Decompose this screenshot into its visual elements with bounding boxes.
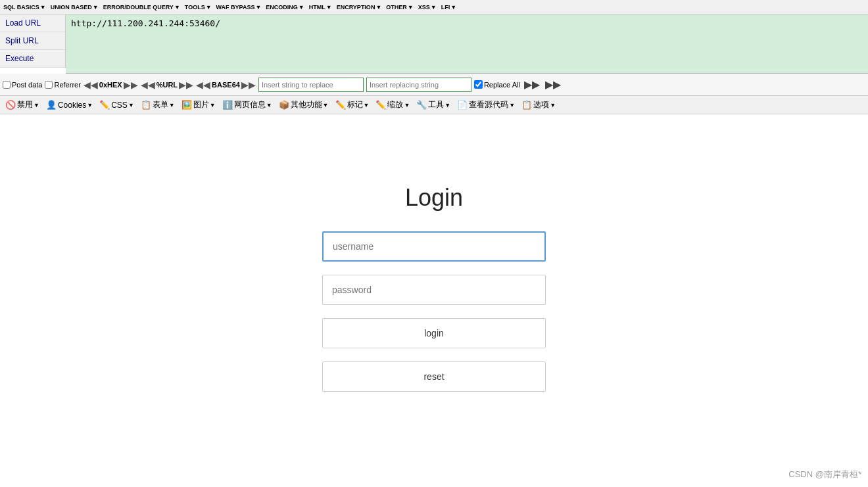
url-encode-arrow[interactable]: ▶▶ [179, 80, 193, 90]
forms-icon: 📋 [141, 100, 151, 110]
password-input[interactable] [322, 275, 546, 305]
replace-all-label: Replace All [484, 81, 520, 89]
menu-forms-label: 表单 [153, 99, 168, 110]
menu-zoom-label: 缩放 [387, 99, 403, 110]
nav-xss[interactable]: XSS▼ [418, 4, 437, 11]
split-url-button[interactable]: Split URL [0, 32, 65, 50]
menu-bar: 🚫 禁用 ▼ 👤 Cookies ▼ ✏️ CSS ▼ 📋 表单 ▼ 🖼️ 图片… [0, 96, 868, 114]
referrer-group: Referrer [45, 81, 80, 89]
nav-arrow-right2[interactable]: ▶▶ [544, 78, 562, 91]
menu-options[interactable]: 📋 选项 ▼ [519, 98, 558, 112]
menu-cookies-label: Cookies [58, 101, 86, 110]
login-container: Login login reset [319, 184, 549, 392]
nav-error-double[interactable]: ERROR/DOUBLE QUERY▼ [103, 4, 180, 11]
cookies-arrow-icon: ▼ [87, 102, 93, 108]
menu-disable[interactable]: 🚫 禁用 ▼ [3, 98, 42, 112]
nav-waf-bypass-label: WAF BYPASS [216, 4, 255, 11]
post-data-label: Post data [12, 81, 42, 89]
nav-sql-basics[interactable]: SQL BASICS▼ [3, 4, 46, 11]
menu-tools-label: 工具 [428, 99, 444, 110]
source-icon: 📄 [457, 100, 468, 110]
base64-encode-arrow[interactable]: ▶▶ [241, 80, 256, 90]
referrer-label: Referrer [54, 81, 80, 89]
menu-images[interactable]: 🖼️ 图片 ▼ [179, 98, 218, 112]
execute-button[interactable]: Execute [0, 50, 65, 68]
menu-other-label: 其他功能 [291, 99, 322, 110]
nav-waf-bypass[interactable]: WAF BYPASS▼ [216, 4, 262, 11]
nav-xss-label: XSS [418, 4, 430, 11]
url-area [66, 14, 868, 74]
nav-html[interactable]: HTML▼ [308, 4, 332, 11]
nav-encoding-label: ENCODING [266, 4, 298, 11]
source-arrow-icon: ▼ [509, 102, 515, 108]
cookies-icon: 👤 [46, 100, 57, 110]
menu-cookies[interactable]: 👤 Cookies ▼ [43, 99, 95, 111]
menu-disable-label: 禁用 [17, 99, 33, 110]
watermark: CSDN @南岸青桓* [788, 469, 861, 480]
nav-union-based[interactable]: UNION BASED▼ [50, 4, 99, 11]
insert-replacing-input[interactable] [366, 78, 471, 92]
nav-encryption-label: ENCRYPTION [337, 4, 375, 11]
hex-label: 0xHEX [98, 81, 124, 89]
disable-arrow-icon: ▼ [34, 102, 39, 108]
menu-css[interactable]: ✏️ CSS ▼ [97, 99, 137, 111]
menu-mark-label: 标记 [347, 99, 363, 110]
nav-html-label: HTML [309, 4, 326, 11]
hex-encode-arrow[interactable]: ▶▶ [124, 80, 138, 90]
nav-tools-label: TOOLS [185, 4, 205, 11]
tools-icon: 🔧 [416, 100, 427, 110]
nav-arrow-right1[interactable]: ▶▶ [523, 78, 541, 91]
referrer-checkbox[interactable] [45, 81, 53, 89]
nav-lfi[interactable]: LFI▼ [441, 4, 456, 11]
options-arrow-icon: ▼ [550, 102, 556, 108]
menu-tools[interactable]: 🔧 工具 ▼ [414, 98, 453, 112]
base64-decode-arrow[interactable]: ◀◀ [196, 80, 210, 90]
watermark-text: CSDN @南岸青桓* [788, 469, 861, 479]
menu-other[interactable]: 📦 其他功能 ▼ [276, 98, 331, 112]
menu-source-label: 查看源代码 [469, 99, 508, 110]
menu-pageinfo-label: 网页信息 [234, 99, 266, 110]
hex-decode-arrow[interactable]: ◀◀ [84, 80, 98, 90]
replace-all-checkbox[interactable] [474, 80, 483, 89]
other-arrow-icon: ▼ [323, 102, 329, 108]
url-decode-arrow[interactable]: ◀◀ [141, 80, 155, 90]
main-content: Login login reset [0, 114, 868, 487]
pageinfo-icon: ℹ️ [222, 100, 233, 110]
left-sidebar: Load URL Split URL Execute [0, 14, 66, 68]
login-title: Login [405, 184, 463, 212]
base64-encode-group: ◀◀ BASE64 ▶▶ [196, 80, 256, 90]
nav-sql-basics-label: SQL BASICS [3, 4, 39, 11]
css-icon: ✏️ [99, 100, 110, 110]
url-label: %URL [155, 81, 179, 89]
login-button[interactable]: login [322, 318, 546, 348]
replace-all-group: Replace All [474, 80, 520, 89]
mark-arrow-icon: ▼ [364, 102, 370, 108]
menu-zoom[interactable]: ✏️ 缩放 ▼ [373, 98, 412, 112]
nav-other-label: OTHER [386, 4, 407, 11]
url-input[interactable] [71, 18, 863, 69]
nav-lfi-label: LFI [441, 4, 450, 11]
options-icon: 📋 [521, 100, 532, 110]
menu-pageinfo[interactable]: ℹ️ 网页信息 ▼ [220, 98, 275, 112]
menu-source[interactable]: 📄 查看源代码 ▼ [454, 98, 518, 112]
reset-button[interactable]: reset [322, 361, 546, 392]
username-input[interactable] [322, 231, 546, 262]
nav-tools[interactable]: TOOLS▼ [184, 4, 212, 11]
menu-css-label: CSS [111, 101, 128, 110]
menu-forms[interactable]: 📋 表单 ▼ [138, 98, 178, 112]
images-arrow-icon: ▼ [210, 102, 216, 108]
nav-encryption[interactable]: ENCRYPTION▼ [336, 4, 382, 11]
insert-string-input[interactable] [258, 78, 364, 92]
menu-images-label: 图片 [193, 99, 209, 110]
load-url-button[interactable]: Load URL [0, 14, 65, 32]
zoom-icon: ✏️ [375, 100, 386, 110]
nav-encoding[interactable]: ENCODING▼ [265, 4, 304, 11]
nav-other[interactable]: OTHER▼ [385, 4, 413, 11]
post-data-checkbox[interactable] [3, 81, 11, 89]
menu-mark[interactable]: ✏️ 标记 ▼ [333, 98, 372, 112]
disable-icon: 🚫 [5, 100, 16, 110]
zoom-arrow-icon: ▼ [404, 102, 410, 108]
hex-encode-group: ◀◀ 0xHEX ▶▶ [84, 80, 138, 90]
post-data-group: Post data [3, 81, 42, 89]
pageinfo-arrow-icon: ▼ [266, 102, 272, 108]
